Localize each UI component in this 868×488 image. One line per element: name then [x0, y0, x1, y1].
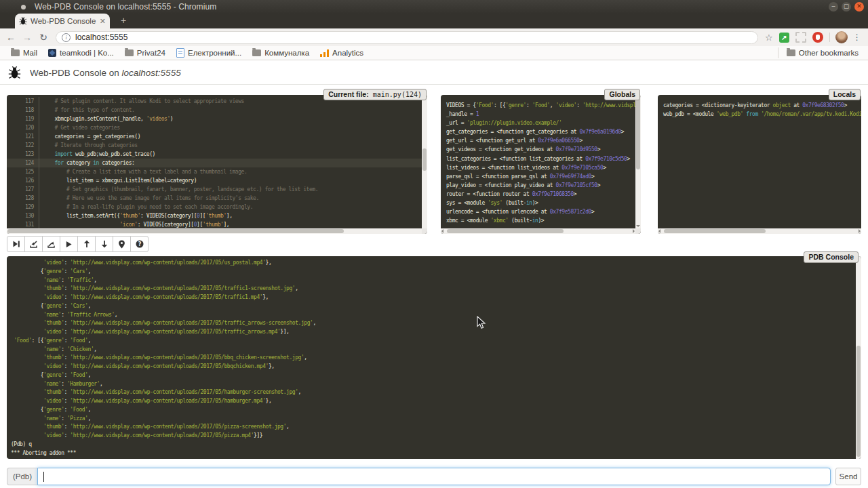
command-input-row: (Pdb) Send — [7, 468, 861, 485]
folder-icon — [252, 49, 261, 56]
var-line: categories = <dictionary-keyiterator obj… — [663, 101, 856, 110]
bookmark-label: Електронний... — [188, 49, 241, 57]
console-line: {'genre': 'Food', — [11, 406, 857, 415]
window-icon — [21, 5, 26, 9]
console-line: 'thumb': 'http://www.vidsplay.com/wp-con… — [11, 388, 857, 397]
bookmark-item[interactable]: Електронний... — [176, 48, 241, 58]
bookmarks-list: Mailteamkodi | Ko...Privat24Електронний.… — [0, 48, 363, 58]
other-bookmarks[interactable]: Other bookmarks — [778, 47, 868, 58]
pdb-console-panel: PDB Console 'video': 'http://www.vidspla… — [7, 251, 861, 459]
svg-text:?: ? — [138, 241, 141, 247]
continue-button[interactable] — [60, 236, 78, 252]
console-line: 'name': 'Chicken', — [11, 346, 857, 354]
pdb-console-label: PDB Console — [804, 251, 859, 263]
forward-icon[interactable]: → — [19, 32, 35, 43]
console-line: 'thumb': 'http://www.vidsplay.com/wp-con… — [11, 319, 857, 328]
command-input[interactable] — [37, 468, 831, 485]
reload-icon[interactable]: ↻ — [35, 32, 52, 43]
browser-menu-icon[interactable]: ⋮ — [853, 33, 861, 42]
bars-icon — [320, 49, 329, 57]
code-line: 126 list_item = xbmcgui.ListItem(label=c… — [7, 176, 427, 185]
console-line: (Pdb) q — [11, 441, 857, 449]
bookmark-star-icon[interactable]: ☆ — [765, 33, 773, 43]
up-button[interactable] — [77, 236, 96, 252]
back-icon[interactable]: ← — [3, 32, 19, 43]
var-line: list_categories = <function list_categor… — [446, 155, 635, 163]
web-pdb-page: Web-PDB Console on localhost:5555 Curren… — [0, 61, 868, 488]
close-button[interactable]: ✕ — [854, 2, 864, 12]
extension-blocker-icon[interactable] — [812, 32, 823, 43]
code-line: 122 # Iterate through categories — [7, 141, 427, 150]
locals-horizontal-scrollbar[interactable] — [658, 228, 861, 234]
console-line: 'video': 'http://www.vidsplay.com/wp-con… — [11, 397, 857, 406]
var-line: urlencode = <function urlencode at 0x7f9… — [446, 207, 635, 216]
globals-panel: Globals VIDEOS = {'Food': [{'genre': 'Fo… — [441, 89, 641, 234]
arrow-down-icon — [100, 240, 108, 248]
code-line: 125 # Create a list item with a text lab… — [7, 167, 427, 176]
doc-icon — [176, 48, 184, 58]
code-line: 119 xbmcplugin.setContent(_handle, 'vide… — [7, 115, 427, 123]
code-line: 129 # In a real-life plugin you need to … — [7, 203, 427, 211]
bookmark-item[interactable]: Mail — [11, 49, 37, 57]
console-line: 'name': 'Traffic Arrows', — [11, 311, 857, 320]
console-line: 'video': 'http://www.vidsplay.com/wp-con… — [11, 259, 857, 268]
tab-title: Web-PDB Console on loca — [31, 17, 97, 25]
help-button[interactable]: ? — [130, 236, 149, 252]
var-line: VIDEOS = {'Food': [{'genre': 'Food', 'vi… — [446, 101, 635, 110]
maximize-button[interactable]: ▢ — [842, 2, 851, 12]
console-vertical-scrollbar[interactable] — [856, 256, 861, 459]
extension-disabled-icon[interactable] — [795, 32, 806, 43]
mouse-cursor — [477, 316, 486, 329]
text-caret — [43, 472, 44, 482]
var-line: get_videos = <function get_videos at 0x7… — [446, 145, 635, 154]
console-line: *** Aborting addon *** — [11, 449, 857, 458]
bookmark-item[interactable]: teamkodi | Ko... — [48, 49, 114, 57]
code-vertical-scrollbar[interactable] — [422, 95, 427, 228]
tab-close-icon[interactable]: ✕ — [100, 17, 106, 26]
current-file-panel: Current file: main.py(124) 117 # Set plu… — [7, 89, 427, 234]
code-line: 127 # Set graphics (thumbnail, fanart, b… — [7, 185, 427, 194]
bookmark-label: Analytics — [332, 49, 363, 57]
bookmark-item[interactable]: Analytics — [320, 49, 363, 57]
console-line: 'video': 'http://www.vidsplay.com/wp-con… — [11, 328, 857, 337]
console-line: 'video': 'http://www.vidsplay.com/wp-con… — [11, 432, 857, 441]
bookmarks-bar: Mailteamkodi | Ko...Privat24Електронний.… — [0, 46, 868, 60]
browser-window: Web-PDB Console on localhost:5555 - Chro… — [0, 0, 868, 488]
profile-avatar[interactable] — [835, 31, 848, 43]
globals-vertical-scrollbar[interactable] — [635, 95, 641, 228]
code-line: 121 categories = get_categories() — [7, 132, 427, 141]
console-line: {'genre': 'Cars', — [11, 302, 857, 311]
console-line: 'thumb': 'http://www.vidsplay.com/wp-con… — [11, 354, 857, 363]
page-info-icon[interactable]: i — [62, 33, 71, 42]
bookmark-label: teamkodi | Ko... — [60, 49, 114, 57]
bookmark-item[interactable]: Коммуналка — [252, 49, 309, 57]
tab-strip: Web-PDB Console on loca ✕ + — [0, 14, 868, 28]
log-out-icon — [47, 240, 56, 249]
next-button[interactable] — [7, 236, 25, 252]
code-lines: 117 # Set plugin content. It allows Kodi… — [7, 95, 427, 234]
send-button[interactable]: Send — [835, 468, 861, 485]
var-line: router = <function router at 0x7f9e71068… — [446, 190, 635, 199]
code-horizontal-scrollbar[interactable] — [7, 228, 422, 234]
console-line: 'name': 'Traffic', — [11, 277, 857, 285]
address-bar[interactable]: i localhost:5555 — [56, 31, 758, 44]
return-button[interactable] — [42, 236, 60, 252]
globals-horizontal-scrollbar[interactable] — [441, 228, 635, 234]
bookmark-label: Коммуналка — [264, 49, 309, 57]
step-button[interactable] — [24, 236, 43, 252]
new-tab-button[interactable]: + — [115, 16, 132, 26]
window-title: Web-PDB Console on localhost:5555 - Chro… — [35, 2, 216, 12]
kodi-icon — [48, 49, 56, 57]
minimize-button[interactable]: – — [829, 2, 838, 12]
code-line: 120 # Get video categories — [7, 123, 427, 132]
url-text: localhost:5555 — [75, 33, 127, 42]
window-titlebar: Web-PDB Console on localhost:5555 - Chro… — [0, 0, 868, 14]
bug-favicon — [19, 17, 27, 25]
var-line: sys = <module 'sys' (built-in)> — [446, 199, 635, 207]
bookmark-item[interactable]: Privat24 — [125, 49, 165, 57]
extension-green-icon[interactable]: ↗ — [779, 33, 789, 43]
folder-icon — [11, 49, 20, 56]
where-button[interactable] — [113, 236, 131, 252]
browser-tab[interactable]: Web-PDB Console on loca ✕ — [15, 14, 110, 28]
down-button[interactable] — [95, 236, 113, 252]
